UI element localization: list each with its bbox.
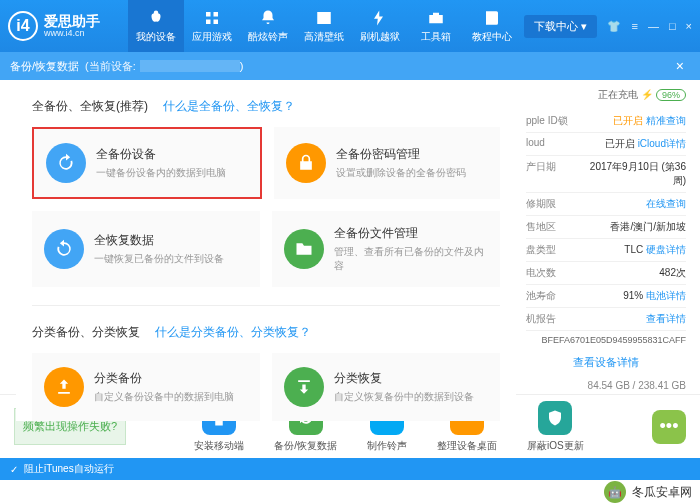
- nav-image[interactable]: 高清壁纸: [296, 0, 352, 52]
- info-row: 电次数 482次: [526, 262, 686, 285]
- info-key: 修期限: [526, 197, 582, 211]
- view-device-detail-button[interactable]: 查看设备详情: [526, 349, 686, 376]
- info-link[interactable]: 硬盘详情: [646, 244, 686, 255]
- info-link[interactable]: iCloud详情: [638, 138, 686, 149]
- download-center-button[interactable]: 下载中心 ▾: [524, 15, 597, 38]
- subbar-title: 备份/恢复数据: [10, 59, 79, 74]
- maximize-button[interactable]: □: [669, 20, 676, 32]
- nav-toolbox[interactable]: 工具箱: [408, 0, 464, 52]
- subbar-close-button[interactable]: ×: [670, 58, 690, 74]
- info-key: loud: [526, 137, 582, 151]
- info-value: 91% 电池详情: [582, 289, 686, 303]
- what-is-category-backup-link[interactable]: 什么是分类备份、分类恢复？: [155, 325, 311, 339]
- main-nav: 我的设备 应用游戏 酷炫铃声 高清壁纸 刷机越狱 工具箱 教程中心: [128, 0, 524, 52]
- info-value: 482次: [582, 266, 686, 280]
- nav-book[interactable]: 教程中心: [464, 0, 520, 52]
- info-row: pple ID锁 已开启 精准查询: [526, 110, 686, 133]
- card-title: 分类恢复: [334, 370, 474, 387]
- info-key: 盘类型: [526, 243, 582, 257]
- action-shield[interactable]: 屏蔽iOS更新: [527, 401, 584, 453]
- card-refresh[interactable]: 全备份设备 一键备份设备内的数据到电脑: [32, 127, 262, 199]
- nav-label: 刷机越狱: [360, 30, 400, 44]
- what-is-full-backup-link[interactable]: 什么是全备份、全恢复？: [163, 99, 295, 113]
- nav-label: 教程中心: [472, 30, 512, 44]
- window-controls: 下载中心 ▾ 👕 ≡ — □ ×: [524, 15, 692, 38]
- info-value: TLC 硬盘详情: [582, 243, 686, 257]
- nav-label: 酷炫铃声: [248, 30, 288, 44]
- section-full-backup-title: 全备份、全恢复(推荐) 什么是全备份、全恢复？: [32, 98, 516, 115]
- restore-icon: [44, 229, 84, 269]
- shirt-icon[interactable]: 👕: [607, 20, 621, 33]
- nav-label: 工具箱: [421, 30, 451, 44]
- info-link[interactable]: 查看详情: [646, 313, 686, 324]
- card-desc: 自定义备份设备中的数据到电脑: [94, 390, 234, 404]
- watermark: 🤖 冬瓜安卓网: [596, 480, 700, 504]
- info-value: 香港/澳门/新加坡: [582, 220, 686, 234]
- shield-icon: [538, 401, 572, 435]
- bolt-icon: [370, 8, 390, 28]
- minimize-button[interactable]: —: [648, 20, 659, 32]
- restore2-icon: [284, 367, 324, 407]
- menu-icon[interactable]: ≡: [631, 20, 637, 32]
- info-row: 池寿命 91% 电池详情: [526, 285, 686, 308]
- more-actions-button[interactable]: •••: [652, 410, 686, 444]
- nav-bell[interactable]: 酷炫铃声: [240, 0, 296, 52]
- charging-status: 正在充电 ⚡ 96%: [526, 88, 686, 102]
- status-text[interactable]: 阻止iTunes自动运行: [24, 462, 114, 476]
- card-title: 全备份密码管理: [336, 146, 466, 163]
- nav-label: 高清壁纸: [304, 30, 344, 44]
- info-row: loud 已开启 iCloud详情: [526, 133, 686, 156]
- battery-badge: 96%: [656, 89, 686, 101]
- card-restore2[interactable]: 分类恢复 自定义恢复备份中的数据到设备: [272, 353, 500, 421]
- card-lock[interactable]: 全备份密码管理 设置或删除设备的全备份密码: [274, 127, 500, 199]
- action-label: 屏蔽iOS更新: [527, 439, 584, 453]
- titlebar: i4 爱思助手 www.i4.cn 我的设备 应用游戏 酷炫铃声 高清壁纸 刷机…: [0, 0, 700, 52]
- action-label: 备份/恢复数据: [274, 439, 337, 453]
- info-key: 售地区: [526, 220, 582, 234]
- folder-icon: [284, 229, 324, 269]
- book-icon: [482, 8, 502, 28]
- info-key: 产日期: [526, 160, 582, 188]
- card-folder[interactable]: 全备份文件管理 管理、查看所有已备份的文件及内容: [272, 211, 500, 287]
- action-label: 整理设备桌面: [437, 439, 497, 453]
- app-url: www.i4.cn: [44, 28, 100, 38]
- status-bar: ✓ 阻止iTunes自动运行: [0, 458, 700, 480]
- info-value: 已开启 iCloud详情: [582, 137, 686, 151]
- backup-restore-modal: 全备份、全恢复(推荐) 什么是全备份、全恢复？ 全备份设备 一键备份设备内的数据…: [16, 80, 516, 421]
- info-value: 在线查询: [582, 197, 686, 211]
- apple-icon: [146, 8, 166, 28]
- info-value: 已开启 精准查询: [582, 114, 686, 128]
- nav-apps[interactable]: 应用游戏: [184, 0, 240, 52]
- card-title: 全备份设备: [96, 146, 226, 163]
- apps-icon: [202, 8, 222, 28]
- lock-icon: [286, 143, 326, 183]
- close-button[interactable]: ×: [686, 20, 692, 32]
- current-device-label: (当前设备:: [85, 59, 136, 74]
- card-backup[interactable]: 分类备份 自定义备份设备中的数据到电脑: [32, 353, 260, 421]
- info-key: 机报告: [526, 312, 582, 326]
- card-title: 分类备份: [94, 370, 234, 387]
- card-restore[interactable]: 全恢复数据 一键恢复已备份的文件到设备: [32, 211, 260, 287]
- ecid-value: BFEFA6701E05D9459955831CAFF: [526, 331, 686, 349]
- nav-bolt[interactable]: 刷机越狱: [352, 0, 408, 52]
- info-link[interactable]: 在线查询: [646, 198, 686, 209]
- nav-apple[interactable]: 我的设备: [128, 0, 184, 52]
- storage-text: 84.54 GB / 238.41 GB: [526, 380, 686, 391]
- info-row: 修期限 在线查询: [526, 193, 686, 216]
- info-value: 2017年9月10日 (第36周): [582, 160, 686, 188]
- bell-icon: [258, 8, 278, 28]
- info-link[interactable]: 电池详情: [646, 290, 686, 301]
- nav-label: 应用游戏: [192, 30, 232, 44]
- info-row: 产日期 2017年9月10日 (第36周): [526, 156, 686, 193]
- backup-icon: [44, 367, 84, 407]
- subbar: 备份/恢复数据 (当前设备: ) ×: [0, 52, 700, 80]
- app-logo: i4 爱思助手 www.i4.cn: [8, 11, 128, 41]
- device-info-panel: 正在充电 ⚡ 96% pple ID锁 已开启 精准查询 loud 已开启 iC…: [526, 88, 686, 410]
- card-desc: 一键恢复已备份的文件到设备: [94, 252, 224, 266]
- info-link[interactable]: 精准查询: [646, 115, 686, 126]
- section-category-backup-title: 分类备份、分类恢复 什么是分类备份、分类恢复？: [32, 324, 516, 341]
- device-name-redacted: [140, 60, 240, 72]
- info-key: 池寿命: [526, 289, 582, 303]
- refresh-icon: [46, 143, 86, 183]
- check-icon: ✓: [10, 464, 18, 475]
